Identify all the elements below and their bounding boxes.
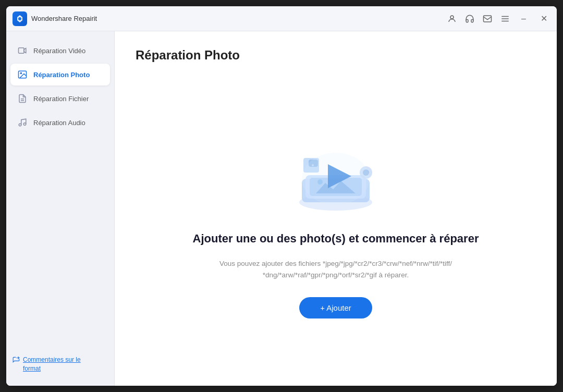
main-layout: Réparation Vidéo Réparation Photo xyxy=(6,31,557,386)
content-header: Réparation Photo xyxy=(136,48,536,63)
svg-point-25 xyxy=(302,153,370,205)
user-icon[interactable] xyxy=(447,14,457,23)
content-body: Ajouter une ou des photo(s) et commencer… xyxy=(193,79,479,365)
app-window: Wondershare Repairit xyxy=(6,6,557,386)
svg-rect-6 xyxy=(19,48,25,54)
app-logo: Wondershare Repairit xyxy=(13,11,447,26)
svg-point-11 xyxy=(19,124,21,126)
sidebar-label-audio: Réparation Audio xyxy=(33,119,85,127)
logo-icon xyxy=(13,11,27,26)
sidebar-footer: Commentaires sur le format xyxy=(10,351,110,377)
cta-title: Ajouter une ou des photo(s) et commencer… xyxy=(193,232,479,246)
sidebar-item-file[interactable]: Réparation Fichier xyxy=(10,88,110,109)
svg-point-1 xyxy=(450,16,454,19)
photo-icon xyxy=(17,69,28,80)
audio-icon xyxy=(17,117,28,128)
menu-icon[interactable] xyxy=(500,14,510,23)
close-button[interactable]: ✕ xyxy=(537,13,550,24)
sidebar-label-video: Réparation Vidéo xyxy=(33,47,85,55)
app-name: Wondershare Repairit xyxy=(31,15,97,22)
page-title: Réparation Photo xyxy=(136,48,536,63)
video-icon xyxy=(17,45,28,56)
svg-point-0 xyxy=(18,17,21,20)
file-icon xyxy=(17,93,28,104)
photo-illustration xyxy=(284,126,388,219)
feedback-text: Commentaires sur le format xyxy=(23,356,81,373)
svg-point-12 xyxy=(23,123,26,126)
content-area: Réparation Photo xyxy=(115,31,557,386)
sidebar-item-audio[interactable]: Réparation Audio xyxy=(10,112,110,133)
cta-subtitle: Vous pouvez ajouter des fichiers *jpeg/*… xyxy=(219,258,452,280)
feedback-icon xyxy=(13,356,20,365)
minimize-button[interactable]: – xyxy=(518,13,529,24)
svg-rect-2 xyxy=(484,16,492,22)
titlebar-controls: – ✕ xyxy=(447,13,550,24)
add-button[interactable]: + Ajouter xyxy=(299,297,372,318)
feedback-link[interactable]: Commentaires sur le format xyxy=(13,356,108,373)
headset-icon[interactable] xyxy=(465,14,474,23)
titlebar: Wondershare Repairit xyxy=(6,6,557,31)
sidebar-item-photo[interactable]: Réparation Photo xyxy=(10,64,110,85)
svg-point-8 xyxy=(20,72,21,74)
sidebar-label-photo: Réparation Photo xyxy=(33,71,90,79)
sidebar: Réparation Vidéo Réparation Photo xyxy=(6,31,115,386)
sidebar-item-video[interactable]: Réparation Vidéo xyxy=(10,40,110,62)
mail-icon[interactable] xyxy=(483,14,492,23)
sidebar-label-file: Réparation Fichier xyxy=(33,95,89,103)
